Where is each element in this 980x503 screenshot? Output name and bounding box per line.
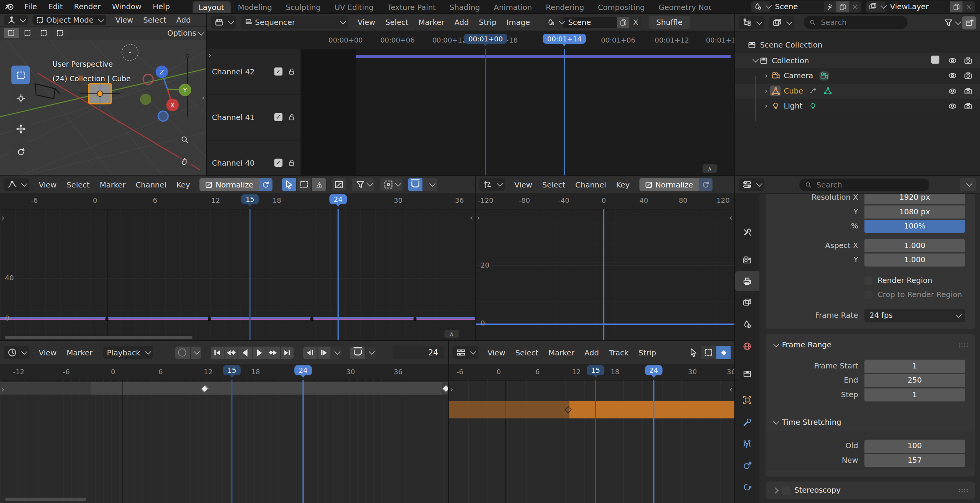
- expand-left-icon[interactable]: ›: [1, 214, 4, 222]
- nla-menu-add[interactable]: Add: [579, 347, 604, 358]
- next-frame-icon[interactable]: [317, 346, 331, 359]
- stereoscopy-header[interactable]: Stereoscopy: [766, 482, 975, 499]
- options-dropdown-icon[interactable]: [960, 178, 976, 191]
- frame-range-header[interactable]: Frame Range: [766, 337, 975, 353]
- time-stretching-header[interactable]: Time Stretching: [766, 414, 975, 430]
- viewport-3d[interactable]: User Perspective (24) Collection | Cube …: [0, 14, 206, 176]
- pin-icon[interactable]: [824, 1, 836, 12]
- h-scrollbar[interactable]: [5, 497, 86, 500]
- camera-icon[interactable]: [770, 71, 781, 81]
- playhead-badge[interactable]: 15: [241, 194, 259, 204]
- stereoscopy-checkbox[interactable]: [782, 486, 790, 494]
- aspect-y-field[interactable]: 1.000: [865, 253, 965, 266]
- nla-menu-select[interactable]: Select: [510, 347, 543, 358]
- channel-lock-icon[interactable]: [287, 113, 295, 121]
- expand-right-icon[interactable]: ‹: [729, 385, 733, 393]
- keyframe-diamond[interactable]: [442, 385, 448, 393]
- fcurve-line-magenta[interactable]: [0, 319, 475, 320]
- lightdata-icon[interactable]: [809, 102, 817, 110]
- channel-visibility-checkbox[interactable]: ✓: [274, 113, 282, 121]
- blender-logo-icon[interactable]: [5, 2, 14, 11]
- properties-tab-view-layer[interactable]: [735, 292, 760, 312]
- new-view-layer-icon[interactable]: [950, 1, 963, 12]
- workspace-tab-rendering[interactable]: Rendering: [539, 1, 590, 13]
- sequencer-menu-select[interactable]: Select: [380, 16, 413, 28]
- hide-eye-icon[interactable]: [947, 55, 957, 65]
- editor-type-button[interactable]: [739, 178, 764, 191]
- properties-tab-particles[interactable]: [735, 434, 760, 454]
- resolution-percentage-slider[interactable]: 100%: [865, 220, 965, 233]
- expand-icon[interactable]: ›: [762, 71, 770, 80]
- render-visibility-icon[interactable]: [963, 86, 973, 96]
- collapse-panel-icon[interactable]: ∧: [703, 164, 717, 173]
- resolution-y-field[interactable]: 1080 px: [865, 205, 965, 218]
- outliner-search[interactable]: [804, 16, 907, 29]
- channel-visibility-checkbox[interactable]: ✓: [274, 159, 282, 167]
- expand-right-icon[interactable]: ‹: [470, 214, 473, 222]
- expand-icon[interactable]: ›: [762, 87, 770, 95]
- keyframe-point[interactable]: [413, 317, 416, 321]
- outliner-row-light[interactable]: ›Light: [735, 99, 980, 114]
- scene-name[interactable]: Scene: [563, 16, 617, 28]
- nla-tracks[interactable]: › ‹: [449, 380, 734, 503]
- timeline-menu-marker[interactable]: Marker: [61, 347, 97, 358]
- channel-lock-icon[interactable]: [287, 159, 295, 167]
- display-mode-selector[interactable]: [769, 16, 794, 29]
- render-region-checkbox[interactable]: [865, 276, 873, 284]
- panel-grip[interactable]: [958, 488, 969, 492]
- workspace-tab-shading[interactable]: Shading: [443, 1, 486, 13]
- tweak-tool-icon[interactable]: [686, 346, 700, 359]
- unlink-scene-icon[interactable]: ×: [849, 1, 861, 12]
- playhead-badge[interactable]: 00:01+00: [464, 34, 507, 44]
- collapse-icon[interactable]: [751, 58, 758, 62]
- play-reverse-icon[interactable]: [238, 346, 252, 359]
- keyframe-point[interactable]: [208, 317, 211, 321]
- workspace-tab-texture-paint[interactable]: Texture Paint: [381, 1, 442, 13]
- snap-options-icon[interactable]: [366, 346, 376, 359]
- auto-keying-options-icon[interactable]: [190, 346, 201, 359]
- hide-eye-icon[interactable]: [947, 102, 957, 112]
- select-mode-intersect[interactable]: [53, 28, 68, 38]
- mode-selector[interactable]: Object Mode: [33, 15, 106, 25]
- hide-eye-icon[interactable]: [947, 86, 957, 96]
- frame-start-field[interactable]: 1: [865, 359, 965, 372]
- search-input[interactable]: [815, 179, 923, 189]
- nla-strip[interactable]: [569, 401, 734, 419]
- expand-right-icon[interactable]: ‹: [729, 214, 733, 222]
- snap-magnet-icon[interactable]: [350, 346, 365, 359]
- outliner-row-scene-collection[interactable]: Scene Collection: [735, 38, 980, 53]
- outliner-item-label[interactable]: Cube: [784, 87, 803, 95]
- select-mode-set[interactable]: [4, 28, 19, 38]
- new-scene-icon[interactable]: [836, 1, 849, 12]
- unlink-icon[interactable]: X: [629, 16, 642, 28]
- topbar-menu-file[interactable]: File: [19, 1, 42, 12]
- nla-strip-dim[interactable]: [449, 401, 569, 419]
- sequencer-menu-marker[interactable]: Marker: [413, 16, 449, 28]
- properties-tab-tool[interactable]: [735, 222, 760, 242]
- playhead-badge[interactable]: 15: [223, 365, 241, 375]
- playhead-badge[interactable]: 15: [587, 365, 604, 375]
- editor-type-button[interactable]: [739, 16, 764, 29]
- box-select-icon[interactable]: [701, 346, 716, 359]
- editor-type-button[interactable]: [211, 16, 236, 29]
- properties-tab-object[interactable]: [735, 390, 760, 409]
- shuffle-button[interactable]: Shuffle: [649, 16, 690, 29]
- current-frame-field[interactable]: [393, 346, 445, 359]
- workspace-tab-layout[interactable]: Layout: [192, 1, 230, 13]
- workspace-tab-compositing[interactable]: Compositing: [592, 1, 651, 13]
- next-keyframe-icon[interactable]: [266, 346, 280, 359]
- pan-hand-icon[interactable]: [178, 155, 192, 168]
- prev-keyframe-icon[interactable]: [224, 346, 238, 359]
- driver-curve-line[interactable]: [476, 324, 734, 325]
- new-scene-icon[interactable]: [617, 16, 630, 28]
- workspace-tab-modeling[interactable]: Modeling: [232, 1, 279, 13]
- fcurve-line-blue[interactable]: [0, 317, 475, 318]
- properties-editor[interactable]: Resolution X 1920 px Y 1080 px % 100% As…: [735, 176, 980, 503]
- tool-move[interactable]: [11, 119, 30, 138]
- mesh-icon[interactable]: [770, 86, 781, 97]
- play-icon[interactable]: [252, 346, 266, 359]
- playhead-badge[interactable]: 24: [329, 194, 347, 204]
- outliner-row-collection[interactable]: Collection✓: [735, 53, 980, 68]
- expand-icon[interactable]: ›: [762, 102, 770, 111]
- collection-icon[interactable]: [758, 55, 769, 66]
